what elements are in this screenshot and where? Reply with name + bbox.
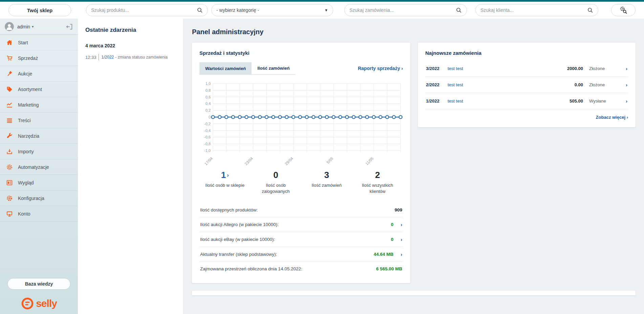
sidebar-item-wyglad[interactable]: Wygląd [0,175,78,190]
gear-play-icon [6,164,13,171]
chevron-down-icon: ▾ [32,25,34,28]
tab-order-count[interactable]: Ilość zamówień [252,62,295,75]
sidebar-footer: Baza wiedzy selly [0,278,78,314]
svg-text:0,8: 0,8 [206,88,211,92]
sidebar-nav: Start Sprzedaż Aukcje Asortyment Marketi… [0,35,78,222]
wrench-icon [6,133,13,139]
sidebar-item-start[interactable]: Start [0,35,78,50]
info-label: Ilość aukcji eBay (w pakiecie 10000): [200,237,275,242]
customer-search [475,4,598,16]
sidebar-item-label: Treści [18,118,31,123]
order-amount: 2000.00 [559,66,583,71]
order-number[interactable]: 1/2022 [426,98,448,104]
svg-text:-1,0: -1,0 [204,149,211,153]
user-row: admin ▾ [0,19,78,35]
home-icon [6,39,13,46]
svg-text:-0,4: -0,4 [204,129,211,133]
order-amount: 0.00 [559,82,583,87]
stats-row: 1› Ilość osób w sklepie 0 Ilość osób zal… [199,170,403,194]
knowledge-base-button[interactable]: Baza wiedzy [7,278,70,290]
chevron-right-icon[interactable]: › [393,237,402,242]
selly-logo[interactable]: selly [21,297,57,310]
event-row: 12:33 1/2022 - zmiana statusu zamówienia [85,54,176,61]
sidebar-item-automatyzacje[interactable]: Automatyzacje [0,159,78,175]
collapse-sidebar-icon[interactable] [66,23,73,30]
info-label: Ilość dostępnych produktów: [200,207,258,212]
sidebar-item-sprzedaz[interactable]: Sprzedaż [0,50,78,66]
info-value: 0 [391,237,393,242]
store-button[interactable]: Twój sklep [8,4,71,16]
stat-customers: 2 Ilość wszystkich klientów [352,170,403,194]
tag-icon [6,86,13,93]
sidebar-item-konto[interactable]: Konto [0,206,78,222]
chevron-right-icon[interactable]: › [393,222,402,227]
order-row: 1/2022 test test 505.00 Wysłane › [425,93,628,109]
monitor-icon [6,210,13,217]
sidebar-item-marketing[interactable]: Marketing [0,97,78,113]
svg-text:1,0: 1,0 [206,82,211,86]
advanced-search-button[interactable] [611,4,636,16]
svg-text:0,2: 0,2 [206,108,211,112]
order-customer-link[interactable]: test test [448,82,559,87]
sidebar-item-label: Sprzedaż [18,55,38,61]
sidebar-item-label: Konto [18,211,30,217]
stat-value-link[interactable]: 1› [199,170,250,180]
stat-value: 3 [301,170,352,180]
order-status: Złożone [589,82,626,87]
search-icon[interactable] [456,7,462,13]
category-select[interactable]: - wybierz kategorię - ▼ [211,4,333,16]
selly-logo-text: selly [36,298,57,309]
avatar[interactable] [5,22,14,31]
sales-chart: 1,00,80,60,40,20-0,2-0,4-0,6-0,8-1,017/0… [199,80,403,167]
sales-reports-link[interactable]: Raporty sprzedaży › [358,66,403,71]
sidebar-item-tresci[interactable]: Treści [0,113,78,128]
sidebar-item-label: Importy [18,149,34,154]
page-title: Panel administracyjny [192,28,636,36]
search-icon[interactable] [587,7,593,13]
sidebar-item-asortyment[interactable]: Asortyment [0,82,78,97]
event-divider [99,54,99,61]
layout-icon [6,179,13,186]
sidebar-item-label: Start [18,40,28,45]
svg-text:29/04: 29/04 [284,156,294,166]
chevron-right-icon: › [627,115,628,120]
event-order-link[interactable]: 1/2022 [102,55,114,60]
info-label: Zajmowana przestrzeń obliczona dnia 14.0… [200,266,302,271]
stat-label: Ilość wszystkich klientów [352,182,403,194]
sidebar-item-narzedzia[interactable]: Narzędzia [0,128,78,144]
order-number[interactable]: 3/2022 [426,66,448,71]
chevron-right-icon[interactable]: › [626,98,627,104]
order-search-input[interactable] [349,7,456,13]
events-panel: Ostatnie zdarzenia 4 marca 2022 12:33 1/… [78,19,184,314]
sidebar-item-aukcje[interactable]: Aukcje [0,66,78,82]
sales-stats-card: Sprzedaż i statystyki Wartości zamówień … [192,43,410,283]
chevron-right-icon[interactable]: › [626,82,627,88]
bottom-card-partial [192,291,636,295]
search-icon[interactable] [197,7,203,13]
sidebar-item-label: Aukcje [18,71,32,76]
import-icon [6,148,13,155]
sidebar-item-importy[interactable]: Importy [0,144,78,159]
product-search-input[interactable] [91,7,197,13]
chevron-right-icon[interactable]: › [393,251,402,257]
info-row-ebay: Ilość aukcji eBay (w pakiecie 10000): 0 … [199,232,403,247]
category-select-value: - wybierz kategorię - [216,7,259,13]
info-list: Ilość dostępnych produktów: 909 Ilość au… [199,203,403,276]
stat-value: 2 [352,170,403,180]
username[interactable]: admin [17,24,30,29]
latest-orders-card: Najnowsze zamówienia 3/2022 test test 20… [418,43,636,127]
svg-text:-0,2: -0,2 [204,122,211,126]
tab-order-values[interactable]: Wartości zamówień [199,62,252,75]
svg-text:-0,6: -0,6 [204,135,211,139]
info-row-transfer: Aktualny transfer (sklep podstawowy): 44… [199,247,403,262]
order-customer-link[interactable]: test test [448,98,559,104]
order-amount: 505.00 [559,98,583,104]
chevron-right-icon[interactable]: › [626,66,627,71]
see-more-link[interactable]: Zobacz więcej › [596,115,628,120]
svg-text:23/04: 23/04 [244,156,254,166]
order-number[interactable]: 2/2022 [426,82,448,87]
chevron-down-icon: ▼ [324,8,328,12]
sidebar-item-konfiguracja[interactable]: Konfiguracja [0,190,78,206]
customer-search-input[interactable] [480,7,587,13]
order-customer-link[interactable]: test test [448,66,559,71]
